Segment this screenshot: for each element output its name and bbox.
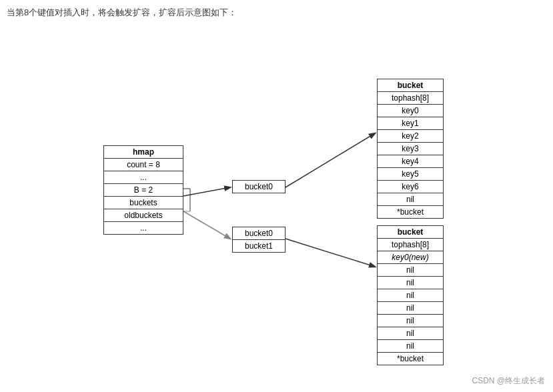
- bucket-top-key6: key6: [378, 181, 443, 193]
- hmap-count: count = 8: [104, 159, 183, 171]
- bucket-top-detail: bucket tophash[8] key0 key1 key2 key3 ke…: [377, 79, 444, 219]
- bucket0-old-box: bucket0: [232, 180, 286, 193]
- hmap-dots2: ...: [104, 222, 183, 234]
- bucket-top-key5: key5: [378, 168, 443, 181]
- svg-line-3: [286, 239, 375, 267]
- bucket-bottom-nil7: nil: [378, 340, 443, 353]
- bucket0-old-label: bucket0: [233, 181, 285, 193]
- bucket-top-key2: key2: [378, 130, 443, 143]
- bucket-top-tophash: tophash[8]: [378, 92, 443, 105]
- svg-line-2: [183, 211, 230, 239]
- bucket-bottom-nil2: nil: [378, 277, 443, 289]
- hmap-box: hmap count = 8 ... B = 2 buckets oldbuck…: [103, 145, 183, 235]
- hmap-b: B = 2: [104, 184, 183, 197]
- page-title: 当第8个键值对插入时，将会触发扩容，扩容后示意图如下：: [7, 7, 237, 19]
- watermark: CSDN @终生成长者: [472, 375, 545, 387]
- bucket-top-nil: nil: [378, 193, 443, 206]
- bucket-bottom-detail: bucket tophash[8] key0(new) nil nil nil …: [377, 225, 444, 365]
- bucket-top-key3: key3: [378, 143, 443, 155]
- bucket-bottom-nil3: nil: [378, 289, 443, 302]
- hmap-dots1: ...: [104, 171, 183, 184]
- hmap-buckets: buckets: [104, 197, 183, 209]
- hmap-header: hmap: [104, 146, 183, 159]
- bucket-top-header: bucket: [378, 79, 443, 92]
- bucket-bottom-nil1: nil: [378, 264, 443, 277]
- bucket-top-ptr: *bucket: [378, 206, 443, 218]
- hmap-oldbuckets: oldbuckets: [104, 209, 183, 222]
- bucket-bottom-tophash: tophash[8]: [378, 239, 443, 251]
- svg-line-1: [286, 133, 375, 187]
- bucket-top-key1: key1: [378, 117, 443, 130]
- arrows-svg: [0, 0, 553, 392]
- svg-line-0: [183, 187, 230, 196]
- bucket-bottom-nil6: nil: [378, 327, 443, 340]
- bucket-bottom-key0-new: key0(new): [378, 251, 443, 264]
- bucket-top-key4: key4: [378, 155, 443, 168]
- bucket-bottom-header: bucket: [378, 226, 443, 239]
- bucket-top-key0: key0: [378, 105, 443, 117]
- bucket-array-new-box: bucket0 bucket1: [232, 227, 286, 253]
- bucket-bottom-ptr: *bucket: [378, 353, 443, 365]
- bucket-new-0-label: bucket0: [233, 227, 285, 240]
- bucket-bottom-nil4: nil: [378, 302, 443, 315]
- bucket-bottom-nil5: nil: [378, 315, 443, 327]
- bucket-new-1-label: bucket1: [233, 240, 285, 252]
